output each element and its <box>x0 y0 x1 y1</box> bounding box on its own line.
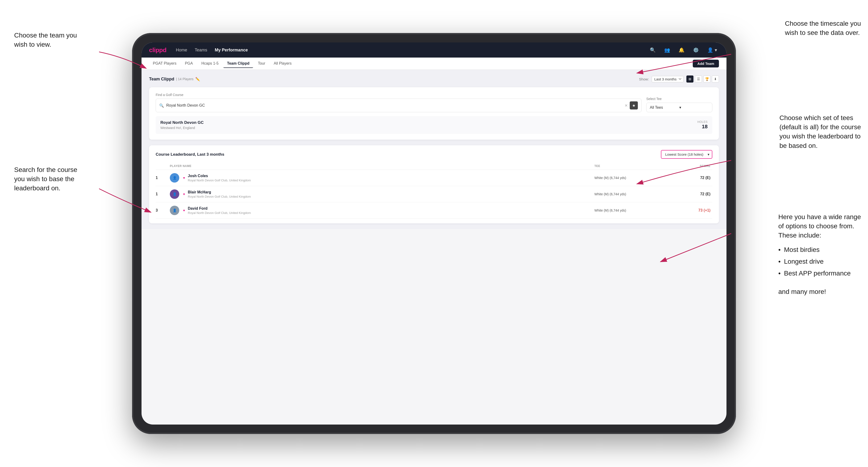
tee-2: White (M) (6,744 yds) <box>594 192 665 196</box>
app-logo: clippd <box>149 46 166 54</box>
edit-icon[interactable]: ✏️ <box>195 77 200 81</box>
player-2: 👤 ♥ Blair McHarg Royal North Devon Golf … <box>170 189 594 199</box>
download-icon[interactable]: ⬇ <box>712 75 719 83</box>
player-name-2: Blair McHarg <box>188 190 251 194</box>
score-type-label: Lowest Score (18 holes) <box>665 152 703 156</box>
score-2: 72 (E) <box>665 192 712 196</box>
rank-1: 1 <box>156 176 170 180</box>
team-title: Team Clippd <box>149 76 174 82</box>
star-button[interactable]: ★ <box>629 101 638 110</box>
heart-icon-1: ♥ <box>183 176 185 180</box>
course-result: Royal North Devon GC Westward Ho!, Engla… <box>156 116 712 134</box>
chevron-down-icon: ▾ <box>679 105 709 110</box>
nav-teams[interactable]: Teams <box>195 48 207 53</box>
show-controls: Show: Last 3 months ⊞ ☰ 🏆 ⬇ <box>639 75 719 83</box>
time-select[interactable]: Last 3 months <box>652 76 684 82</box>
nav-my-performance[interactable]: My Performance <box>215 48 248 53</box>
tee-1: White (M) (6,744 yds) <box>594 176 665 180</box>
settings-icon-btn[interactable]: ⚙️ <box>691 46 701 54</box>
player-3: 👤 ♥ David Ford Royal North Devon Golf Cl… <box>170 206 594 215</box>
col-tee: TEE <box>594 164 665 168</box>
search-icon-btn[interactable]: 🔍 <box>648 46 658 54</box>
sub-nav-hcaps[interactable]: Hcaps 1-5 <box>198 59 222 68</box>
tablet-frame: clippd Home Teams My Performance 🔍 👥 🔔 ⚙… <box>132 33 736 434</box>
search-input-wrapper: 🔍 ✕ ★ <box>156 99 642 112</box>
tee-select-wrapper[interactable]: All Tees ▾ <box>646 102 712 112</box>
option-app: Best APP performance <box>778 268 861 279</box>
show-label: Show: <box>639 77 649 81</box>
sub-nav-team-clippd[interactable]: Team Clippd <box>223 59 253 68</box>
annotation-top-right: Choose the timescale youwish to see the … <box>785 19 861 37</box>
search-field: Find a Golf Course 🔍 ✕ ★ <box>156 93 642 112</box>
clear-icon[interactable]: ✕ <box>625 103 628 108</box>
sub-nav-pga[interactable]: PGA <box>181 59 197 68</box>
leaderboard-card: Course Leaderboard, Last 3 months Lowest… <box>149 145 719 223</box>
profile-icon-btn[interactable]: 👤 ▾ <box>706 46 719 54</box>
rank-3: 3 <box>156 208 170 213</box>
option-birdies: Most birdies <box>778 244 861 256</box>
nav-home[interactable]: Home <box>176 48 187 53</box>
search-card: Find a Golf Course 🔍 ✕ ★ Select Tee All … <box>149 87 719 139</box>
sub-nav-all-players[interactable]: All Players <box>270 59 296 68</box>
view-icons: ⊞ ☰ 🏆 ⬇ <box>686 75 719 83</box>
course-location: Westward Ho!, England <box>160 126 204 130</box>
holes-label: Holes <box>698 120 708 124</box>
trophy-icon[interactable]: 🏆 <box>703 75 710 83</box>
table-row: 1 👤 ♥ Josh Coles Royal North Devon Golf … <box>156 170 712 186</box>
player-name-3: David Ford <box>188 206 251 211</box>
leaderboard-header: Course Leaderboard, Last 3 months Lowest… <box>156 150 712 159</box>
table-row: 1 👤 ♥ Blair McHarg Royal North Devon Gol… <box>156 186 712 203</box>
player-club-2: Royal North Devon Golf Club, United King… <box>188 195 251 198</box>
holes-box: Holes 18 <box>698 120 708 130</box>
tee-value: All Tees <box>650 105 679 110</box>
find-course-label: Find a Golf Course <box>156 93 642 97</box>
avatar-jc: 👤 <box>170 173 179 183</box>
col-player: PLAYER NAME <box>170 164 594 168</box>
add-team-button[interactable]: Add Team <box>693 60 719 67</box>
heart-icon-3: ♥ <box>183 209 185 212</box>
select-tee-label: Select Tee <box>646 97 712 101</box>
notification-icon-btn[interactable]: 🔔 <box>677 46 686 54</box>
player-info-3: David Ford Royal North Devon Golf Club, … <box>188 206 251 215</box>
nav-bar: clippd Home Teams My Performance 🔍 👥 🔔 ⚙… <box>142 42 726 58</box>
annotation-mid-right: Choose which set of tees(default is all)… <box>780 113 861 150</box>
sub-nav-tour[interactable]: Tour <box>254 59 269 68</box>
main-content: Team Clippd | 14 Players ✏️ Show: Last 3… <box>142 70 726 229</box>
option-drive: Longest drive <box>778 256 861 268</box>
list-view-icon[interactable]: ☰ <box>695 75 702 83</box>
search-row: Find a Golf Course 🔍 ✕ ★ Select Tee All … <box>156 93 712 112</box>
avatar-df: 👤 <box>170 206 179 215</box>
nav-icons: 🔍 👥 🔔 ⚙️ 👤 ▾ <box>648 46 719 54</box>
sub-nav: PGAT Players PGA Hcaps 1-5 Team Clippd T… <box>142 58 726 70</box>
player-info-2: Blair McHarg Royal North Devon Golf Club… <box>188 190 251 198</box>
leaderboard-title: Course Leaderboard, Last 3 months <box>156 152 224 157</box>
annotation-mid-left: Search for the courseyou wish to base th… <box>14 165 78 193</box>
player-info-1: Josh Coles Royal North Devon Golf Club, … <box>188 174 251 182</box>
rank-2: 1 <box>156 192 170 196</box>
annotation-top-left: Choose the team you wish to view. <box>14 31 90 49</box>
search-icon: 🔍 <box>159 103 164 108</box>
holes-value: 18 <box>698 124 708 130</box>
score-chevron-icon: ▾ <box>708 152 710 157</box>
people-icon-btn[interactable]: 👥 <box>662 46 672 54</box>
score-type-select[interactable]: Lowest Score (18 holes) ▾ <box>661 150 712 159</box>
tee-3: White (M) (6,744 yds) <box>594 209 665 212</box>
tee-field: Select Tee All Tees ▾ <box>646 97 712 112</box>
avatar-bm: 👤 <box>170 189 179 199</box>
team-header: Team Clippd | 14 Players ✏️ Show: Last 3… <box>149 75 719 83</box>
player-1: 👤 ♥ Josh Coles Royal North Devon Golf Cl… <box>170 173 594 183</box>
grid-view-icon[interactable]: ⊞ <box>686 75 693 83</box>
score-3: 73 (+1) <box>665 208 712 213</box>
options-list: Most birdies Longest drive Best APP perf… <box>778 244 861 280</box>
player-name-1: Josh Coles <box>188 174 251 178</box>
player-club-1: Royal North Devon Golf Club, United King… <box>188 179 251 182</box>
table-header: PLAYER NAME TEE SCORE <box>156 162 712 170</box>
col-rank <box>156 164 170 168</box>
course-search-input[interactable] <box>166 103 623 107</box>
course-name: Royal North Devon GC <box>160 120 204 125</box>
col-score: SCORE <box>665 164 712 168</box>
and-more-text: and many more! <box>778 287 861 296</box>
tablet-screen: clippd Home Teams My Performance 🔍 👥 🔔 ⚙… <box>142 42 726 425</box>
table-row: 3 👤 ♥ David Ford Royal North Devon Golf … <box>156 203 712 219</box>
sub-nav-pgat[interactable]: PGAT Players <box>149 59 180 68</box>
